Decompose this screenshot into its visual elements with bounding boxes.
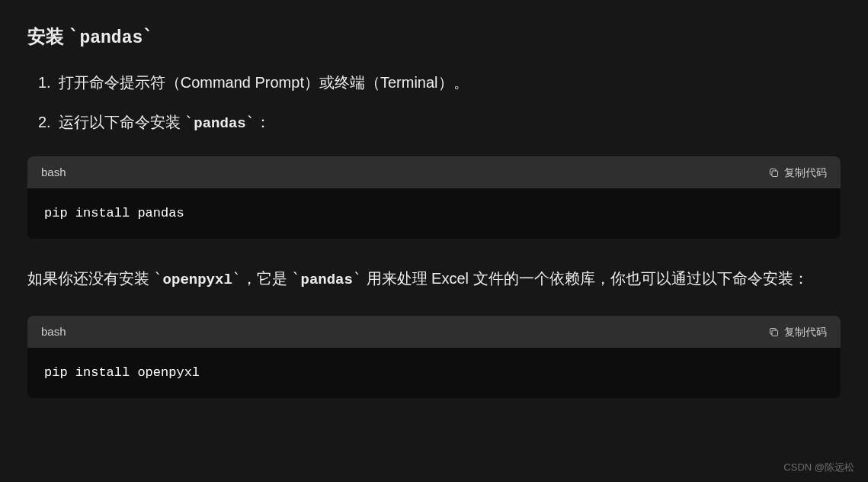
para-code-2-wrapper: `pandas` xyxy=(291,270,366,287)
step-number: 2. xyxy=(38,110,51,135)
code-header: bash 复制代码 xyxy=(27,156,841,189)
copy-icon xyxy=(768,326,780,338)
step-text-after: ： xyxy=(255,114,271,130)
watermark: CSDN @陈远松 xyxy=(783,460,854,475)
step-inline-code: pandas xyxy=(194,115,245,132)
section-heading: 安装 `pandas` xyxy=(27,23,841,52)
code-lang-label: bash xyxy=(41,164,66,182)
svg-rect-0 xyxy=(772,171,778,177)
step-item-1: 1. 打开命令提示符（Command Prompt）或终端（Terminal）。 xyxy=(38,70,841,95)
code-block-1: bash 复制代码 pip install pandas xyxy=(27,156,841,239)
code-content[interactable]: pip install pandas xyxy=(27,188,841,239)
copy-label: 复制代码 xyxy=(784,165,827,181)
para-text-3: 用来处理 Excel 文件的一个依赖库，你也可以通过以下命令安装： xyxy=(367,270,809,287)
code-header: bash 复制代码 xyxy=(27,316,841,349)
step-number: 1. xyxy=(38,70,51,95)
code-lang-label: bash xyxy=(41,323,66,341)
para-inline-code-1: openpyxl xyxy=(163,272,232,288)
step-text: 打开命令提示符（Command Prompt）或终端（Terminal）。 xyxy=(59,70,469,95)
para-inline-code-2: pandas xyxy=(300,272,352,288)
step-item-2: 2. 运行以下命令安装 `pandas`： xyxy=(38,110,841,135)
code-content[interactable]: pip install openpyxl xyxy=(27,348,841,398)
heading-code-wrapper: `pandas` xyxy=(69,23,154,52)
copy-code-button[interactable]: 复制代码 xyxy=(768,324,827,340)
steps-list: 1. 打开命令提示符（Command Prompt）或终端（Terminal）。… xyxy=(27,70,841,135)
copy-icon xyxy=(768,167,780,178)
step-text-wrapper: 运行以下命令安装 `pandas`： xyxy=(59,110,271,135)
para-text-2: ，它是 xyxy=(242,270,287,287)
paragraph: 如果你还没有安装 `openpyxl`，它是 `pandas` 用来处理 Exc… xyxy=(27,263,841,294)
para-code-1-wrapper: `openpyxl` xyxy=(154,270,242,287)
step-code-wrapper: `pandas` xyxy=(184,114,255,130)
svg-rect-1 xyxy=(772,330,778,336)
copy-code-button[interactable]: 复制代码 xyxy=(768,165,827,181)
heading-text: 安装 xyxy=(27,23,64,50)
code-block-2: bash 复制代码 pip install openpyxl xyxy=(27,316,841,398)
copy-label: 复制代码 xyxy=(784,324,827,340)
para-text-1: 如果你还没有安装 xyxy=(27,270,149,287)
step-text-before: 运行以下命令安装 xyxy=(59,114,181,130)
heading-inline-code: pandas xyxy=(79,28,143,48)
